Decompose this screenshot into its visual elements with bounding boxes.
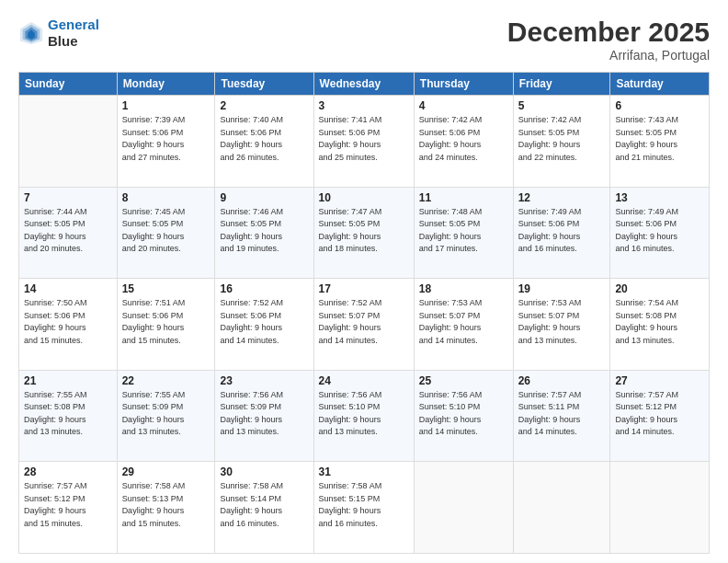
calendar-cell: 14Sunrise: 7:50 AMSunset: 5:06 PMDayligh…: [19, 279, 118, 371]
day-number: 27: [615, 374, 704, 387]
day-number: 12: [518, 191, 606, 204]
day-info: Sunrise: 7:47 AMSunset: 5:05 PMDaylight:…: [319, 206, 409, 256]
calendar-cell: [610, 462, 710, 554]
day-info: Sunrise: 7:56 AMSunset: 5:09 PMDaylight:…: [220, 389, 308, 439]
calendar-weekday-thursday: Thursday: [414, 73, 513, 96]
logo-line2: Blue: [48, 33, 99, 50]
day-number: 26: [518, 374, 606, 387]
day-number: 5: [518, 99, 606, 112]
calendar-cell: 23Sunrise: 7:56 AMSunset: 5:09 PMDayligh…: [215, 370, 313, 462]
day-info: Sunrise: 7:40 AMSunset: 5:06 PMDaylight:…: [220, 114, 308, 164]
day-number: 19: [518, 282, 606, 295]
day-info: Sunrise: 7:54 AMSunset: 5:08 PMDaylight:…: [615, 297, 704, 347]
day-number: 21: [24, 374, 112, 387]
calendar-cell: 27Sunrise: 7:57 AMSunset: 5:12 PMDayligh…: [610, 370, 710, 462]
calendar-cell: 28Sunrise: 7:57 AMSunset: 5:12 PMDayligh…: [19, 462, 118, 554]
day-info: Sunrise: 7:58 AMSunset: 5:15 PMDaylight:…: [319, 480, 409, 530]
day-number: 9: [220, 191, 308, 204]
day-number: 29: [122, 465, 210, 478]
calendar-week-row: 21Sunrise: 7:55 AMSunset: 5:08 PMDayligh…: [19, 370, 710, 462]
logo-text: General Blue: [48, 17, 99, 50]
day-info: Sunrise: 7:56 AMSunset: 5:10 PMDaylight:…: [319, 389, 409, 439]
calendar-cell: 3Sunrise: 7:41 AMSunset: 5:06 PMDaylight…: [313, 96, 414, 188]
day-info: Sunrise: 7:58 AMSunset: 5:13 PMDaylight:…: [122, 480, 210, 530]
day-number: 8: [122, 191, 210, 204]
calendar-cell: 8Sunrise: 7:45 AMSunset: 5:05 PMDaylight…: [117, 187, 215, 279]
day-info: Sunrise: 7:43 AMSunset: 5:05 PMDaylight:…: [615, 114, 704, 164]
calendar-week-row: 14Sunrise: 7:50 AMSunset: 5:06 PMDayligh…: [19, 279, 710, 371]
calendar-weekday-saturday: Saturday: [610, 73, 710, 96]
day-info: Sunrise: 7:49 AMSunset: 5:06 PMDaylight:…: [518, 206, 606, 256]
day-info: Sunrise: 7:55 AMSunset: 5:09 PMDaylight:…: [122, 389, 210, 439]
day-info: Sunrise: 7:52 AMSunset: 5:06 PMDaylight:…: [220, 297, 308, 347]
calendar-cell: 31Sunrise: 7:58 AMSunset: 5:15 PMDayligh…: [313, 462, 414, 554]
day-info: Sunrise: 7:44 AMSunset: 5:05 PMDaylight:…: [24, 206, 112, 256]
calendar-header-row: SundayMondayTuesdayWednesdayThursdayFrid…: [19, 73, 710, 96]
day-number: 20: [615, 282, 704, 295]
day-number: 14: [24, 282, 112, 295]
calendar-table: SundayMondayTuesdayWednesdayThursdayFrid…: [18, 72, 710, 554]
calendar-cell: 22Sunrise: 7:55 AMSunset: 5:09 PMDayligh…: [117, 370, 215, 462]
day-number: 4: [419, 99, 508, 112]
calendar-weekday-tuesday: Tuesday: [215, 73, 313, 96]
day-info: Sunrise: 7:46 AMSunset: 5:05 PMDaylight:…: [220, 206, 308, 256]
day-number: 3: [319, 99, 409, 112]
day-info: Sunrise: 7:57 AMSunset: 5:12 PMDaylight:…: [24, 480, 112, 530]
day-info: Sunrise: 7:45 AMSunset: 5:05 PMDaylight:…: [122, 206, 210, 256]
day-info: Sunrise: 7:57 AMSunset: 5:11 PMDaylight:…: [518, 389, 606, 439]
calendar-cell: 29Sunrise: 7:58 AMSunset: 5:13 PMDayligh…: [117, 462, 215, 554]
day-number: 2: [220, 99, 308, 112]
day-number: 11: [419, 191, 508, 204]
calendar-cell: 11Sunrise: 7:48 AMSunset: 5:05 PMDayligh…: [414, 187, 513, 279]
calendar-cell: 15Sunrise: 7:51 AMSunset: 5:06 PMDayligh…: [117, 279, 215, 371]
day-number: 16: [220, 282, 308, 295]
day-number: 6: [615, 99, 704, 112]
day-info: Sunrise: 7:42 AMSunset: 5:05 PMDaylight:…: [518, 114, 606, 164]
day-info: Sunrise: 7:58 AMSunset: 5:14 PMDaylight:…: [220, 480, 308, 530]
day-info: Sunrise: 7:50 AMSunset: 5:06 PMDaylight:…: [24, 297, 112, 347]
calendar-cell: 7Sunrise: 7:44 AMSunset: 5:05 PMDaylight…: [19, 187, 118, 279]
day-number: 24: [319, 374, 409, 387]
day-info: Sunrise: 7:55 AMSunset: 5:08 PMDaylight:…: [24, 389, 112, 439]
day-info: Sunrise: 7:53 AMSunset: 5:07 PMDaylight:…: [419, 297, 508, 347]
calendar-week-row: 1Sunrise: 7:39 AMSunset: 5:06 PMDaylight…: [19, 96, 710, 188]
header: General Blue December 2025 Arrifana, Por…: [18, 17, 710, 63]
day-info: Sunrise: 7:48 AMSunset: 5:05 PMDaylight:…: [419, 206, 508, 256]
calendar-cell: 2Sunrise: 7:40 AMSunset: 5:06 PMDaylight…: [215, 96, 313, 188]
calendar-weekday-monday: Monday: [117, 73, 215, 96]
calendar-cell: 10Sunrise: 7:47 AMSunset: 5:05 PMDayligh…: [313, 187, 414, 279]
day-info: Sunrise: 7:49 AMSunset: 5:06 PMDaylight:…: [615, 206, 704, 256]
page: General Blue December 2025 Arrifana, Por…: [0, 0, 728, 563]
calendar-cell: 19Sunrise: 7:53 AMSunset: 5:07 PMDayligh…: [513, 279, 610, 371]
day-info: Sunrise: 7:51 AMSunset: 5:06 PMDaylight:…: [122, 297, 210, 347]
calendar-week-row: 7Sunrise: 7:44 AMSunset: 5:05 PMDaylight…: [19, 187, 710, 279]
calendar-cell: 12Sunrise: 7:49 AMSunset: 5:06 PMDayligh…: [513, 187, 610, 279]
calendar-weekday-wednesday: Wednesday: [313, 73, 414, 96]
calendar-cell: 16Sunrise: 7:52 AMSunset: 5:06 PMDayligh…: [215, 279, 313, 371]
day-info: Sunrise: 7:41 AMSunset: 5:06 PMDaylight:…: [319, 114, 409, 164]
calendar-weekday-sunday: Sunday: [19, 73, 118, 96]
day-number: 30: [220, 465, 308, 478]
title-block: December 2025 Arrifana, Portugal: [507, 17, 710, 63]
logo: General Blue: [18, 17, 99, 50]
calendar-cell: [414, 462, 513, 554]
day-number: 31: [319, 465, 409, 478]
day-info: Sunrise: 7:52 AMSunset: 5:07 PMDaylight:…: [319, 297, 409, 347]
day-number: 18: [419, 282, 508, 295]
calendar-cell: [19, 96, 118, 188]
calendar-cell: 20Sunrise: 7:54 AMSunset: 5:08 PMDayligh…: [610, 279, 710, 371]
day-info: Sunrise: 7:56 AMSunset: 5:10 PMDaylight:…: [419, 389, 508, 439]
location-subtitle: Arrifana, Portugal: [507, 48, 710, 63]
day-info: Sunrise: 7:39 AMSunset: 5:06 PMDaylight:…: [122, 114, 210, 164]
calendar-cell: 1Sunrise: 7:39 AMSunset: 5:06 PMDaylight…: [117, 96, 215, 188]
day-number: 13: [615, 191, 704, 204]
day-number: 7: [24, 191, 112, 204]
calendar-cell: [513, 462, 610, 554]
calendar-cell: 30Sunrise: 7:58 AMSunset: 5:14 PMDayligh…: [215, 462, 313, 554]
logo-line1: General: [48, 17, 99, 32]
day-number: 28: [24, 465, 112, 478]
calendar-cell: 18Sunrise: 7:53 AMSunset: 5:07 PMDayligh…: [414, 279, 513, 371]
calendar-weekday-friday: Friday: [513, 73, 610, 96]
calendar-cell: 25Sunrise: 7:56 AMSunset: 5:10 PMDayligh…: [414, 370, 513, 462]
calendar-cell: 21Sunrise: 7:55 AMSunset: 5:08 PMDayligh…: [19, 370, 118, 462]
